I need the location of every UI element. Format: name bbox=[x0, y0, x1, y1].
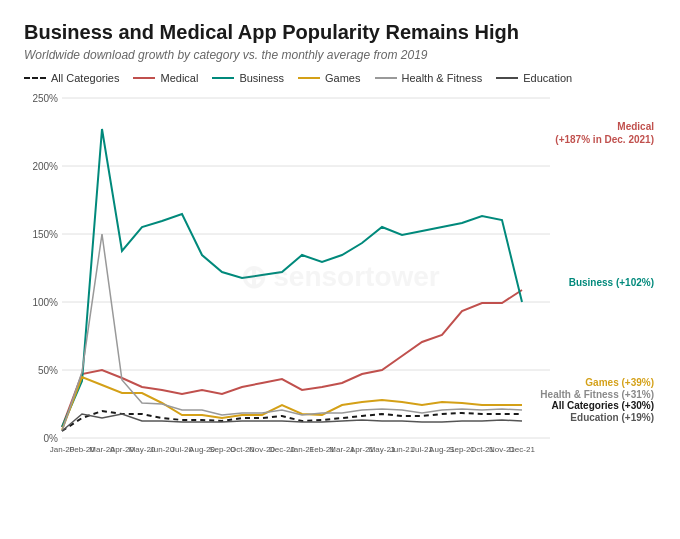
legend-line-education bbox=[496, 77, 518, 79]
legend-label-medical: Medical bbox=[160, 72, 198, 84]
legend-line-games bbox=[298, 77, 320, 79]
legend-label-allcat: All Categories bbox=[51, 72, 119, 84]
legend-label-business: Business bbox=[239, 72, 284, 84]
line-medical bbox=[62, 290, 522, 427]
legend-business: Business bbox=[212, 72, 284, 84]
annotation-allcat: All Categories (+30%) bbox=[551, 400, 654, 411]
annotation-medical: Medical(+187% in Dec. 2021) bbox=[555, 120, 654, 146]
svg-text:100%: 100% bbox=[32, 297, 58, 308]
legend-label-health: Health & Fitness bbox=[402, 72, 483, 84]
legend-line-medical bbox=[133, 77, 155, 79]
legend-all-categories: All Categories bbox=[24, 72, 119, 84]
chart-subtitle: Worldwide download growth by category vs… bbox=[24, 48, 656, 62]
svg-text:200%: 200% bbox=[32, 161, 58, 172]
annotation-health: Health & Fitness (+31%) bbox=[540, 389, 654, 400]
annotation-education: Education (+19%) bbox=[570, 412, 654, 423]
legend-line-allcat bbox=[24, 77, 46, 79]
annotation-games: Games (+39%) bbox=[585, 377, 654, 388]
legend-line-business bbox=[212, 77, 234, 79]
annotation-business: Business (+102%) bbox=[569, 277, 654, 288]
svg-text:Dec-21: Dec-21 bbox=[509, 445, 535, 454]
svg-text:150%: 150% bbox=[32, 229, 58, 240]
legend-medical: Medical bbox=[133, 72, 198, 84]
legend-health: Health & Fitness bbox=[375, 72, 483, 84]
page-container: Business and Medical App Popularity Rema… bbox=[0, 0, 680, 539]
chart-area: ⊕ sensortower Medical(+187% in Dec. 2021… bbox=[24, 92, 656, 462]
svg-text:0%: 0% bbox=[44, 433, 59, 444]
svg-text:250%: 250% bbox=[32, 93, 58, 104]
legend-education: Education bbox=[496, 72, 572, 84]
legend-games: Games bbox=[298, 72, 360, 84]
chart-title: Business and Medical App Popularity Rema… bbox=[24, 20, 656, 44]
legend-label-education: Education bbox=[523, 72, 572, 84]
legend-line-health bbox=[375, 77, 397, 79]
chart-legend: All Categories Medical Business Games He… bbox=[24, 72, 656, 84]
line-education bbox=[62, 414, 522, 431]
svg-text:50%: 50% bbox=[38, 365, 58, 376]
legend-label-games: Games bbox=[325, 72, 360, 84]
